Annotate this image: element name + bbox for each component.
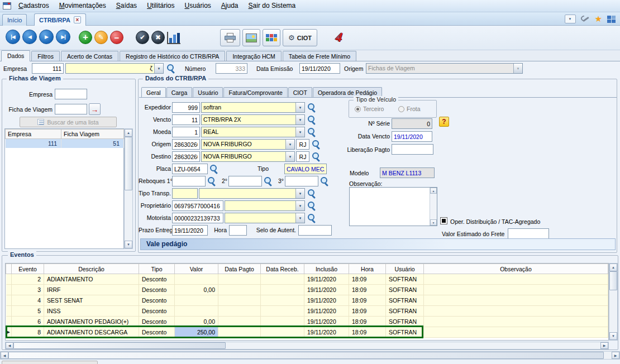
cell-valor[interactable]: 0,00 — [175, 317, 218, 327]
eventos-row[interactable]: ▶8ADIANTAMENTO DESCARGADesconto250,0019/… — [6, 327, 608, 338]
favorite-star-icon[interactable]: ★ — [595, 15, 602, 23]
scroll-up-icon[interactable]: ▲ — [125, 129, 132, 137]
cell-descricao[interactable]: ADIANTAMENTO — [44, 274, 139, 285]
scroll-left-icon[interactable]: ◀ — [6, 342, 13, 349]
reboque1-input[interactable] — [172, 176, 206, 186]
cell-hora[interactable]: 18:09 — [349, 306, 386, 317]
help-button[interactable]: ? — [439, 117, 449, 127]
tab-ciot[interactable]: CIOT — [288, 87, 312, 97]
cell-evento[interactable]: 3 — [12, 285, 44, 295]
cell-hora[interactable]: 18:09 — [349, 285, 386, 295]
cell-tipo[interactable]: Desconto — [139, 327, 175, 338]
cell-valor[interactable] — [175, 295, 218, 306]
cell-data-pagto[interactable] — [218, 327, 261, 338]
cell-inclusao[interactable]: 19/11/2020 — [304, 317, 349, 327]
cell-evento[interactable]: 4 — [12, 295, 44, 306]
cell-data-pagto[interactable] — [218, 317, 261, 327]
ficha-viagem-input[interactable] — [55, 104, 87, 114]
fichas-grid[interactable]: Empresa Ficha Viagem 111 51 — [4, 128, 124, 249]
chevron-down-icon[interactable]: ▼ — [295, 115, 304, 124]
scroll-down-icon[interactable]: ▼ — [430, 219, 437, 226]
cell-valor[interactable]: 250,00 — [175, 327, 218, 338]
cell-data-receb[interactable] — [261, 285, 304, 295]
ciot-button[interactable]: ⚙ CIOT — [283, 29, 317, 46]
cell-tipo[interactable]: Desconto — [139, 274, 175, 285]
cell-usuario[interactable]: SOFTRAN — [386, 295, 424, 306]
cell-data-receb[interactable] — [261, 295, 304, 306]
observacao-scrollbar[interactable]: ▲ ▼ — [430, 188, 437, 226]
cell-hora[interactable]: 18:09 — [349, 274, 386, 285]
search-placa-icon[interactable] — [209, 164, 219, 174]
scroll-right-icon[interactable]: ▶ — [612, 352, 619, 359]
search-proprietario-icon[interactable] — [307, 201, 317, 210]
scroll-left-icon[interactable]: ◀ — [1, 352, 8, 359]
cell-observacao[interactable] — [424, 295, 608, 306]
close-tab-icon[interactable]: × — [74, 16, 81, 23]
cell-hora[interactable]: 18:09 — [349, 295, 386, 306]
chevron-down-icon[interactable]: ▼ — [154, 64, 163, 73]
first-record-button[interactable]: |◀ — [6, 30, 20, 44]
tab-inicio[interactable]: Início — [2, 14, 27, 26]
liberacao-pagto-input[interactable] — [392, 144, 433, 155]
placa-input[interactable] — [172, 164, 208, 174]
add-record-button[interactable]: + — [79, 31, 92, 44]
cell-tipo[interactable]: Desconto — [139, 295, 175, 306]
adicionar-pedagio-button[interactable]: Adicionar Pedágio — [2, 361, 98, 364]
moeda-code-input[interactable] — [172, 127, 200, 137]
menu-saidas[interactable]: Saídas — [111, 0, 142, 12]
cell-valor[interactable] — [175, 306, 218, 317]
data-emissao-input[interactable] — [299, 63, 340, 74]
search-empresa-icon[interactable] — [166, 64, 176, 73]
search-moeda-icon[interactable] — [307, 127, 317, 137]
fichas-vertical-scrollbar[interactable]: ▲ ▼ — [124, 128, 133, 249]
cell-evento[interactable]: 2 — [12, 274, 44, 285]
cell-evento[interactable]: 5 — [12, 306, 44, 317]
scroll-up-icon[interactable]: ▲ — [430, 188, 437, 194]
vale-pedagio-header[interactable]: Vale pedágio — [140, 238, 616, 250]
tab-carga[interactable]: Carga — [166, 87, 193, 97]
chart-button[interactable] — [167, 32, 180, 44]
menu-sair[interactable]: Sair do Sistema — [244, 0, 301, 12]
cell-usuario[interactable]: SOFTRAN — [386, 285, 424, 295]
chevron-down-icon[interactable]: ▼ — [295, 201, 304, 210]
hora-input[interactable] — [229, 225, 247, 236]
cell-observacao[interactable] — [424, 317, 608, 327]
cell-inclusao[interactable]: 19/11/2020 — [304, 295, 349, 306]
scroll-thumb[interactable] — [125, 137, 132, 190]
cancel-button[interactable]: ✖ — [151, 31, 165, 44]
menu-utilitarios[interactable]: Utilitários — [142, 0, 179, 12]
cell-usuario[interactable]: SOFTRAN — [386, 327, 424, 338]
empresa-combo[interactable]: ζ ▼ — [65, 63, 164, 74]
cell-descricao[interactable]: IRRF — [44, 285, 139, 295]
tab-filtros[interactable]: Filtros — [31, 51, 60, 61]
tab-usuario[interactable]: Usuário — [193, 87, 223, 97]
chevron-down-icon[interactable]: ▼ — [295, 213, 304, 223]
search-destino-icon[interactable] — [312, 152, 321, 161]
last-record-button[interactable]: ▶| — [56, 30, 70, 44]
cell-observacao[interactable] — [424, 285, 608, 295]
tools-icon[interactable] — [581, 15, 590, 23]
cell-descricao[interactable]: SEST SENAT — [44, 295, 139, 306]
motorista-code-input[interactable] — [172, 213, 223, 223]
scroll-down-icon[interactable]: ▼ — [125, 241, 132, 248]
delete-record-button[interactable]: − — [110, 31, 123, 44]
cell-tipo[interactable]: Desconto — [139, 306, 175, 317]
oper-distribuicao-checkbox[interactable] — [440, 217, 447, 224]
destino-combo[interactable]: NOVA FRIBURGO ▼ — [201, 151, 295, 162]
cell-data-pagto[interactable] — [218, 306, 261, 317]
numero-input[interactable] — [216, 63, 247, 74]
scroll-up-icon[interactable]: ▲ — [609, 264, 617, 271]
cell-data-receb[interactable] — [261, 306, 304, 317]
scroll-thumb[interactable] — [13, 342, 226, 349]
cell-usuario[interactable]: SOFTRAN — [386, 274, 424, 285]
valor-estimado-input[interactable] — [508, 228, 549, 239]
cell-valor[interactable] — [175, 274, 218, 285]
cell-inclusao[interactable]: 19/11/2020 — [304, 274, 349, 285]
cell-descricao[interactable]: ADIANTAMENTO PEDAGIO(+) — [44, 317, 139, 327]
menu-cadastros[interactable]: Cadastros — [13, 0, 54, 12]
reboque2-input[interactable] — [228, 176, 262, 186]
empresa-code-input[interactable] — [32, 63, 64, 74]
cell-valor[interactable]: 0,00 — [175, 285, 218, 295]
proprietario-code-input[interactable] — [172, 200, 223, 211]
proprietario-combo[interactable]: ▼ — [225, 200, 305, 211]
